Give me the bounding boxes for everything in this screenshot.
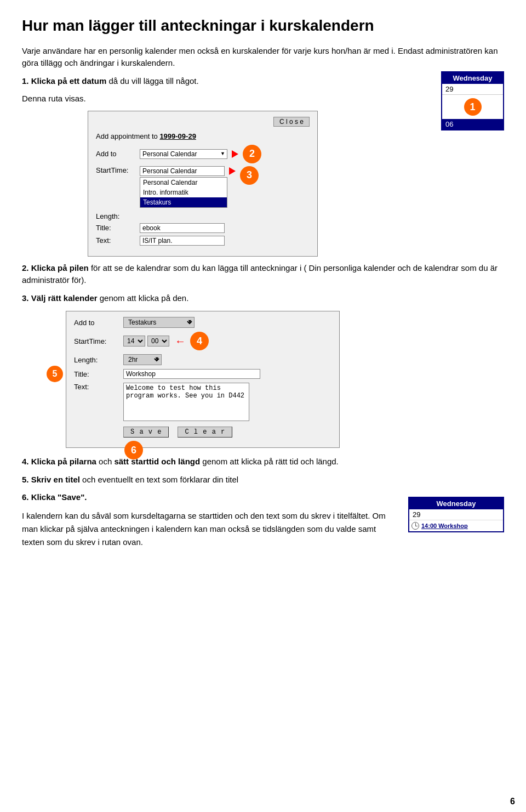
circle-badge-3: 3 (240, 166, 259, 185)
cal2-header: Wednesday (409, 498, 503, 509)
dialog2-title-row: 5 Title: (74, 369, 331, 379)
dialog2-min-select[interactable]: 00 (147, 336, 169, 347)
dialog1-text-label: Text: (96, 236, 140, 245)
dialog1-dropdown-container: Personal Calendar Intro. informatik Test… (140, 166, 225, 176)
intro-text: Varje användare har en personlig kalende… (22, 45, 504, 70)
dropdown-item-intro[interactable]: Intro. informatik (140, 188, 227, 197)
step3-rest: genom att klicka på den. (100, 293, 189, 303)
step2-bold: pilen (70, 263, 89, 272)
dialog2-title-label: Title: (74, 370, 123, 378)
dialog2-addto-select[interactable]: Testakurs (123, 317, 195, 328)
dialog1-length-row: Length: (96, 212, 310, 220)
dialog2-length-wrap[interactable]: 2hr (123, 354, 162, 365)
step1-text: 1. Klicka på ett datum då du vill lägga … (22, 75, 504, 88)
dialog2-starttime-controls: 14 00 (123, 336, 169, 347)
dialog1-starttime-label: StartTime: (96, 166, 140, 174)
step4-bold2: sätt starttid och längd (114, 457, 200, 466)
step1-note: Denna ruta visas. (22, 93, 504, 105)
dialog2-starttime-label: StartTime: (74, 337, 123, 345)
step6-note: I kalendern kan du såväl som kursdeltaga… (22, 509, 395, 549)
step3-label: 3. Välj rätt kalender (22, 293, 98, 303)
step4-text: 4. Klicka på pilarna och sätt starttid o… (22, 456, 504, 468)
circle-badge-2: 2 (243, 145, 261, 163)
step4-label: 4. Klicka på (22, 457, 67, 466)
circle-badge-6: 6 (124, 441, 143, 459)
dialog2-clear-button[interactable]: C l e a r (178, 427, 232, 438)
dialog1-title-input[interactable] (140, 223, 225, 233)
step3-text: 3. Välj rätt kalender genom att klicka p… (22, 292, 504, 305)
step4-rest2: genom att klicka på rätt tid och längd. (202, 457, 338, 466)
cal2-date29: 29 (409, 509, 503, 520)
dialog2-length-select[interactable]: 2hr (123, 354, 162, 365)
dialog-box-1: C l o s e Add appointment to 1999-09-29 … (88, 111, 318, 257)
step6-section: Wednesday 29 14:00 Workshop 6. Klicka "S… (22, 491, 504, 549)
dialog2-arrow4: ← (175, 335, 186, 348)
page-title: Hur man lägger till anteckningar i kursk… (22, 16, 504, 35)
dialog2-length-label: Length: (74, 356, 123, 364)
dialog1-arrow2 (232, 150, 238, 158)
dialog2-text-label: Text: (74, 383, 123, 391)
dialog1-addto-label: Add to (96, 150, 140, 158)
dialog2-addto-row: Add to Testakurs (74, 317, 331, 328)
dialog1-addto-row: Add to Personal Calendar Intro. informat… (96, 145, 310, 163)
step5-bold: en titel (54, 475, 80, 484)
dialog1-addto-select-wrap[interactable]: Personal Calendar Intro. informatik Test… (140, 149, 227, 159)
dropdown-item-personal[interactable]: Personal Calendar (140, 178, 227, 188)
dialog-box-2: Add to Testakurs StartTime: 14 00 ← 4 Le… (66, 311, 340, 448)
cal-top-circle: 1 (464, 98, 482, 116)
step5-label: 5. Skriv (22, 475, 54, 484)
dialog1-starttime-row: StartTime: Personal Calendar Intro. info… (96, 166, 310, 185)
step4-rest: och (99, 457, 114, 466)
dialog2-text-row: Text: Welcome to test how this program w… (74, 383, 331, 421)
dialog1-close-button[interactable]: C l o s e (273, 117, 310, 127)
step2-rest: för att se de kalendrar som du kan lägga… (22, 263, 498, 285)
dialog1-arrow3 (229, 167, 236, 175)
step6-save: "Save". (58, 492, 87, 502)
circle-badge-4: 4 (190, 332, 209, 350)
dialog1-dropdown: Personal Calendar Intro. informatik Test… (140, 177, 227, 208)
calendar-widget-top: Wednesday 29 1 06 (441, 71, 504, 130)
dialog2-addto-wrap[interactable]: Testakurs (123, 317, 195, 328)
calendar-widget-bottom: Wednesday 29 14:00 Workshop (408, 497, 504, 532)
step5-rest: och eventuellt en text som förklarar din… (82, 475, 238, 484)
dialog1-text-input[interactable] (140, 236, 225, 246)
cal-top-header: Wednesday (442, 72, 503, 84)
dialog2-buttons-row: S a v e C l e a r 6 (74, 427, 331, 438)
dialog1-date: 1999-09-29 (159, 132, 196, 140)
dialog1-title: Add appointment to (96, 132, 158, 140)
cal-top-date06: 06 (442, 119, 503, 129)
dialog1-title-label: Title: (96, 224, 140, 232)
dialog2-text-area[interactable]: Welcome to test how this program works. … (123, 383, 249, 421)
cal-top-body: 29 1 06 (442, 84, 503, 129)
dialog2-hour-select[interactable]: 14 (123, 336, 145, 347)
step4-bold: pilarna (70, 457, 96, 466)
page-number: 6 (510, 797, 515, 807)
clock-icon (411, 522, 419, 530)
dialog1-title-row: Title: (96, 223, 310, 233)
dialog2-starttime-row: StartTime: 14 00 ← 4 (74, 332, 331, 350)
step6-label: 6. Klicka (22, 492, 58, 502)
dialog1-addto-select[interactable]: Personal Calendar Intro. informatik Test… (140, 149, 227, 159)
step2-number: 2. Klicka på (22, 263, 67, 272)
dialog2-length-row: Length: 2hr (74, 354, 331, 365)
step1-bold: ett datum (70, 76, 107, 86)
dialog1-text-row: Text: (96, 236, 310, 246)
dialog2-title-input[interactable] (123, 369, 260, 379)
dialog1-starttime-input[interactable] (140, 166, 225, 176)
step2-text: 2. Klicka på pilen för att se de kalendr… (22, 262, 504, 287)
step1-rest: då du vill lägga till något. (108, 76, 198, 86)
circle-badge-5: 5 (47, 366, 63, 382)
dialog2-addto-label: Add to (74, 319, 123, 327)
dropdown-item-testakurs[interactable]: Testakurs (140, 197, 227, 207)
step5-text: 5. Skriv en titel och eventuellt en text… (22, 474, 504, 486)
cal2-event-text[interactable]: 14:00 Workshop (421, 523, 468, 529)
cal-top-date29: 29 (442, 84, 503, 95)
dialog2-save-button[interactable]: S a v e (123, 427, 169, 438)
cal2-event-row[interactable]: 14:00 Workshop (409, 520, 503, 531)
dialog1-length-label: Length: (96, 212, 140, 220)
step1-label: 1. Klicka på (22, 76, 67, 86)
